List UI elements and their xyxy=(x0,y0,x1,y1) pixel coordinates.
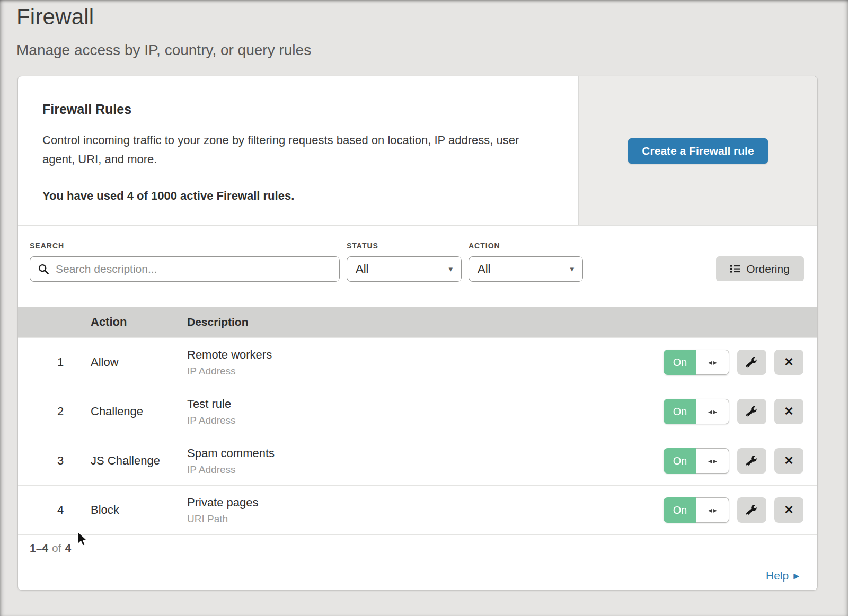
table-row: 1 Allow Remote workers IP Address On ◂▸ … xyxy=(18,337,817,387)
ordering-button-label: Ordering xyxy=(746,263,790,275)
search-input[interactable] xyxy=(30,256,340,282)
toggle-arrows-icon: ◂▸ xyxy=(696,350,729,375)
table-header: Action Description xyxy=(18,307,817,337)
search-icon xyxy=(38,263,49,275)
rule-description-cell: Private pages URI Path xyxy=(187,496,664,525)
description-column-header: Description xyxy=(187,316,664,328)
rule-description-cell: Spam comments IP Address xyxy=(187,447,664,476)
edit-rule-button[interactable] xyxy=(737,350,766,375)
status-select[interactable]: All ▾ xyxy=(347,256,462,282)
rule-priority: 3 xyxy=(18,454,91,468)
rule-action: Challenge xyxy=(91,405,187,418)
wrench-icon xyxy=(746,357,757,368)
delete-rule-button[interactable]: ✕ xyxy=(774,399,803,424)
status-label: STATUS xyxy=(347,242,462,250)
search-input-wrap xyxy=(30,256,340,282)
toggle-arrows-icon: ◂▸ xyxy=(696,497,729,523)
toggle-arrows-icon: ◂▸ xyxy=(696,448,729,474)
rule-priority: 4 xyxy=(18,503,91,517)
rule-match-type: IP Address xyxy=(187,365,664,377)
action-label: ACTION xyxy=(469,242,583,250)
rule-description: Remote workers xyxy=(187,348,664,362)
rule-description: Test rule xyxy=(187,397,664,411)
help-link[interactable]: Help ▶ xyxy=(766,569,799,582)
close-icon: ✕ xyxy=(784,355,793,369)
rule-match-type: URI Path xyxy=(187,513,664,525)
wrench-icon xyxy=(746,505,757,516)
rule-enabled-toggle[interactable]: On ◂▸ xyxy=(664,497,729,523)
rule-controls: On ◂▸ ✕ xyxy=(664,350,817,375)
rule-enabled-toggle[interactable]: On ◂▸ xyxy=(664,399,729,424)
rule-match-type: IP Address xyxy=(187,415,664,426)
rule-description: Spam comments xyxy=(187,447,664,460)
rule-action: JS Challenge xyxy=(91,454,187,468)
status-select-value: All xyxy=(356,262,368,276)
close-icon: ✕ xyxy=(784,405,793,418)
table-row: 4 Block Private pages URI Path On ◂▸ ✕ xyxy=(18,485,817,534)
rule-controls: On ◂▸ ✕ xyxy=(664,399,817,424)
action-column-header: Action xyxy=(91,315,187,329)
delete-rule-button[interactable]: ✕ xyxy=(774,497,803,523)
edit-rule-button[interactable] xyxy=(737,399,766,424)
firewall-page: Firewall Manage access by IP, country, o… xyxy=(0,0,848,616)
toggle-on-label: On xyxy=(664,399,696,424)
rule-enabled-toggle[interactable]: On ◂▸ xyxy=(664,448,729,474)
pagination-range: 1–4 xyxy=(30,542,48,555)
wrench-icon xyxy=(746,456,757,467)
delete-rule-button[interactable]: ✕ xyxy=(774,448,803,474)
action-select-value: All xyxy=(478,262,490,276)
edit-rule-button[interactable] xyxy=(737,497,766,523)
ordering-button[interactable]: Ordering xyxy=(716,256,804,281)
wrench-icon xyxy=(746,406,757,417)
help-link-label: Help xyxy=(766,569,789,582)
toggle-on-label: On xyxy=(664,448,696,474)
toggle-on-label: On xyxy=(664,350,696,375)
section-description: Control incoming traffic to your zone by… xyxy=(42,131,543,169)
page-title: Firewall xyxy=(16,4,94,30)
table-row: 2 Challenge Test rule IP Address On ◂▸ ✕ xyxy=(18,387,817,436)
search-label: SEARCH xyxy=(30,242,340,250)
table-row: 3 JS Challenge Spam comments IP Address … xyxy=(18,436,817,485)
action-filter-group: ACTION All ▾ xyxy=(469,242,583,307)
pagination: 1–4 of 4 xyxy=(18,534,817,561)
rule-priority: 1 xyxy=(18,355,91,369)
rule-match-type: IP Address xyxy=(187,464,664,476)
page-subtitle: Manage access by IP, country, or query r… xyxy=(16,42,311,59)
rule-priority: 2 xyxy=(18,405,91,418)
filters-bar: SEARCH STATUS All ▾ ACTION xyxy=(18,226,817,307)
section-heading: Firewall Rules xyxy=(42,102,557,117)
close-icon: ✕ xyxy=(784,503,793,517)
firewall-rules-card: Firewall Rules Control incoming traffic … xyxy=(17,76,818,591)
rule-action: Allow xyxy=(91,355,187,369)
intro-text-block: Firewall Rules Control incoming traffic … xyxy=(18,76,578,225)
action-select[interactable]: All ▾ xyxy=(469,256,583,282)
rule-enabled-toggle[interactable]: On ◂▸ xyxy=(664,350,729,375)
close-icon: ✕ xyxy=(784,454,793,468)
card-footer: Help ▶ xyxy=(18,561,817,590)
rule-action: Block xyxy=(91,503,187,517)
pagination-of: of xyxy=(52,542,61,555)
usage-note: You have used 4 of 1000 active Firewall … xyxy=(42,189,557,203)
rule-description-cell: Remote workers IP Address xyxy=(187,348,664,377)
toggle-arrows-icon: ◂▸ xyxy=(696,399,729,424)
rule-description: Private pages xyxy=(187,496,664,510)
create-rule-panel: Create a Firewall rule xyxy=(578,76,817,225)
edit-rule-button[interactable] xyxy=(737,448,766,474)
search-filter-group: SEARCH xyxy=(30,242,340,307)
rule-description-cell: Test rule IP Address xyxy=(187,397,664,426)
rule-controls: On ◂▸ ✕ xyxy=(664,448,817,474)
rule-controls: On ◂▸ ✕ xyxy=(664,497,817,523)
firewall-rules-intro-section: Firewall Rules Control incoming traffic … xyxy=(18,76,817,226)
toggle-on-label: On xyxy=(664,497,696,523)
create-firewall-rule-button[interactable]: Create a Firewall rule xyxy=(628,138,767,164)
pagination-total: 4 xyxy=(65,542,72,555)
arrow-right-icon: ▶ xyxy=(793,572,799,580)
chevron-down-icon: ▾ xyxy=(448,264,453,274)
status-filter-group: STATUS All ▾ xyxy=(347,242,462,307)
ordering-list-icon xyxy=(730,264,740,273)
delete-rule-button[interactable]: ✕ xyxy=(774,350,803,375)
chevron-down-icon: ▾ xyxy=(570,264,574,274)
